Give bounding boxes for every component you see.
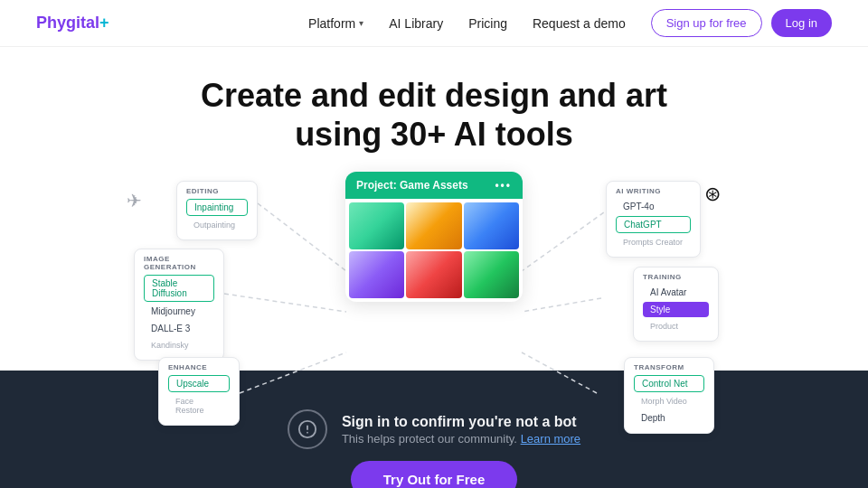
project-card-header: Project: Game Assets ••• [345,172,523,199]
image-generation-card: IMAGE GENERATION Stable Diffusion Midjou… [134,249,224,361]
transform-control-net: Control Net [634,375,704,392]
training-style: Style [643,302,709,317]
bot-main-text: Sign in to confirm you're not a bot [342,414,580,430]
svg-line-1 [224,294,346,312]
project-image-5 [406,251,461,298]
aiwriting-gpt4o: GPT-4o [616,199,691,214]
enhance-card: ENHANCE Upscale Face Restore [158,357,240,426]
transform-card: TRANSFORM Control Net Morph Video Depth [624,357,714,434]
svg-line-3 [522,208,610,271]
learn-more-link[interactable]: Learn more [521,432,580,446]
openai-icon: ⊛ [704,183,721,206]
transform-card-title: TRANSFORM [634,363,704,371]
imggen-dalle3: DALL-E 3 [144,321,214,336]
editing-card-title: EDITING [186,187,248,195]
training-ai-avatar: AI Avatar [643,285,709,300]
svg-line-0 [258,203,346,271]
project-image-1 [349,202,404,249]
nav-buttons: Sign up for free Log in [651,9,832,37]
nav-demo-link[interactable]: Request a demo [533,16,626,31]
imggen-kandinsky: Kandinsky [144,338,214,352]
chevron-down-icon: ▾ [359,18,363,28]
transform-morph-video: Morph Video [634,394,704,408]
try-out-button[interactable]: Try Out for Free [351,461,518,488]
login-button[interactable]: Log in [771,9,832,37]
editing-item-outpainting: Outpainting [186,218,248,232]
hero-section: Create and edit design and art using 30+… [0,47,868,154]
enhance-upscale: Upscale [168,375,230,392]
ai-writing-card: AI WRITING GPT-4o ChatGPT Prompts Creato… [606,181,701,258]
imggen-card-title: IMAGE GENERATION [144,255,214,271]
project-image-2 [406,202,461,249]
project-card: Project: Game Assets ••• [345,172,523,302]
project-image-3 [464,202,519,249]
editing-item-inpainting: Inpainting [186,199,248,216]
bot-icon [288,409,327,449]
training-product: Product [643,319,709,333]
aiwriting-prompts-creator: Prompts Creator [616,235,691,249]
training-card: TRAINING AI Avatar Style Product [633,267,719,342]
imggen-midjourney: Midjourney [144,304,214,319]
project-images-grid [345,199,523,302]
aiwriting-chatgpt: ChatGPT [616,216,691,233]
nav-platform-link[interactable]: Platform ▾ [308,16,363,31]
project-image-4 [349,251,404,298]
transform-depth: Depth [634,410,704,426]
logo[interactable]: Phygital+ [36,14,109,33]
training-card-title: TRAINING [643,273,709,281]
editing-card: EDITING Inpainting Outpainting [176,181,258,240]
imggen-stable-diffusion: Stable Diffusion [144,275,214,302]
nav-ai-library-link[interactable]: AI Library [389,16,443,31]
nav-pricing-link[interactable]: Pricing [468,16,507,31]
enhance-face-restore: Face Restore [168,394,230,418]
enhance-card-title: ENHANCE [168,363,230,371]
bot-text: Sign in to confirm you're not a bot This… [342,414,580,446]
bot-sub-text: This helps protect our community. Learn … [342,432,580,446]
svg-line-4 [522,298,601,312]
project-card-dots: ••• [495,179,512,192]
project-image-6 [464,251,519,298]
nav-links: Platform ▾ AI Library Pricing Request a … [308,16,626,31]
navbar: Phygital+ Platform ▾ AI Library Pricing … [0,0,868,47]
bird-icon: ✈ [127,190,142,211]
aiwriting-card-title: AI WRITING [616,187,691,195]
hero-headline: Create and edit design and art using 30+… [0,76,868,154]
signup-button[interactable]: Sign up for free [651,9,762,37]
